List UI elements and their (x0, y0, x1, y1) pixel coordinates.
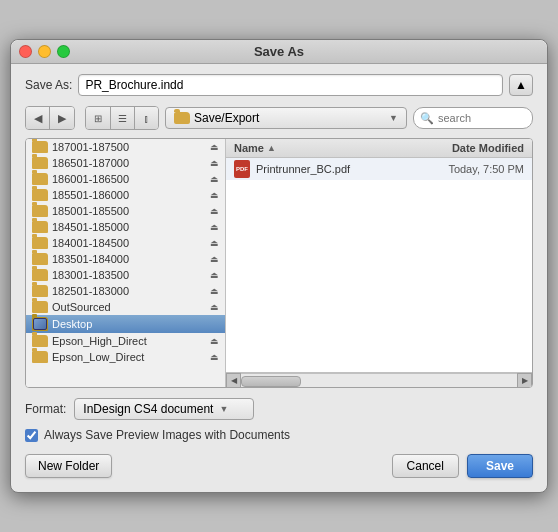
list-item[interactable]: OutSourced ⏏ (26, 299, 225, 315)
format-dropdown[interactable]: InDesign CS4 document ▼ (74, 398, 254, 420)
folder-icon (174, 112, 190, 124)
back-icon: ◀ (34, 112, 42, 125)
cancel-button[interactable]: Cancel (392, 454, 459, 478)
scroll-left-button[interactable]: ◀ (226, 373, 241, 388)
folder-icon (32, 269, 48, 281)
preview-checkbox-label: Always Save Preview Images with Document… (44, 428, 290, 442)
folder-icon (32, 335, 48, 347)
file-list: PDF Printrunner_BC.pdf Today, 7:50 PM (226, 158, 532, 372)
list-item[interactable]: 185001-185500 ⏏ (26, 203, 225, 219)
close-button[interactable] (19, 45, 32, 58)
window-title: Save As (254, 44, 304, 59)
name-column-header: Name ▲ (234, 142, 394, 154)
list-item[interactable]: 187001-187500 ⏏ (26, 139, 225, 155)
file-name: Printrunner_BC.pdf (256, 163, 388, 175)
format-value: InDesign CS4 document (83, 402, 213, 416)
preview-checkbox[interactable] (25, 429, 38, 442)
location-dropdown-inner: Save/Export (174, 111, 385, 125)
folder-label: 185501-186000 (52, 189, 129, 201)
list-item[interactable]: 184501-185000 ⏏ (26, 219, 225, 235)
eject-icon: ⏏ (210, 336, 219, 346)
folder-label: 187001-187500 (52, 141, 129, 153)
horizontal-scrollbar[interactable]: ◀ ▶ (226, 372, 532, 387)
folder-icon (32, 285, 48, 297)
scroll-right-button[interactable]: ▶ (517, 373, 532, 388)
icon-view-button[interactable]: ⊞ (86, 107, 110, 129)
save-button[interactable]: Save (467, 454, 533, 478)
back-button[interactable]: ◀ (26, 107, 50, 129)
save-as-label: Save As: (25, 78, 72, 92)
title-bar: Save As (11, 40, 547, 64)
confirm-buttons: Cancel Save (392, 454, 533, 478)
list-item[interactable]: 185501-186000 ⏏ (26, 187, 225, 203)
left-pane: 187001-187500 ⏏ 186501-187000 ⏏ 186001-1… (26, 139, 226, 387)
forward-icon: ▶ (58, 112, 66, 125)
eject-icon: ▲ (515, 78, 527, 92)
date-column-header: Date Modified (394, 142, 524, 154)
filename-input[interactable] (78, 74, 503, 96)
maximize-button[interactable] (57, 45, 70, 58)
right-pane: Name ▲ Date Modified PDF Printrunner_BC.… (226, 139, 532, 387)
list-view-icon: ☰ (118, 113, 127, 124)
eject-icon: ⏏ (210, 206, 219, 216)
format-dropdown-arrow: ▼ (219, 404, 228, 414)
list-item[interactable]: 182501-183000 ⏏ (26, 283, 225, 299)
column-view-button[interactable]: ⫿ (134, 107, 158, 129)
folder-icon (32, 237, 48, 249)
save-as-row: Save As: ▲ (25, 74, 533, 96)
folder-icon (32, 301, 48, 313)
pdf-icon: PDF (234, 160, 250, 178)
folder-label: 184501-185000 (52, 221, 129, 233)
eject-icon: ⏏ (210, 352, 219, 362)
new-folder-button[interactable]: New Folder (25, 454, 112, 478)
dialog-content: Save As: ▲ ◀ ▶ ⊞ ☰ (11, 64, 547, 492)
eject-icon: ⏏ (210, 142, 219, 152)
forward-button[interactable]: ▶ (50, 107, 74, 129)
save-as-dialog: Save As Save As: ▲ ◀ ▶ ⊞ (10, 39, 548, 493)
folder-label: 183001-183500 (52, 269, 129, 281)
list-item-desktop[interactable]: Desktop (26, 315, 225, 333)
folder-label: 186001-186500 (52, 173, 129, 185)
format-label: Format: (25, 402, 66, 416)
folder-icon (32, 253, 48, 265)
list-item[interactable]: 184001-184500 ⏏ (26, 235, 225, 251)
location-dropdown[interactable]: Save/Export ▼ (165, 107, 407, 129)
list-item[interactable]: Epson_High_Direct ⏏ (26, 333, 225, 349)
search-wrapper: 🔍 (413, 107, 533, 129)
view-buttons: ⊞ ☰ ⫿ (85, 106, 159, 130)
minimize-button[interactable] (38, 45, 51, 58)
table-row[interactable]: PDF Printrunner_BC.pdf Today, 7:50 PM (226, 158, 532, 180)
list-view-button[interactable]: ☰ (110, 107, 134, 129)
list-item[interactable]: Epson_Low_Direct ⏏ (26, 349, 225, 365)
desktop-label: Desktop (52, 318, 92, 330)
sort-arrow-icon: ▲ (267, 143, 276, 153)
format-row: Format: InDesign CS4 document ▼ (25, 398, 533, 420)
eject-button[interactable]: ▲ (509, 74, 533, 96)
eject-icon: ⏏ (210, 222, 219, 232)
file-browser: 187001-187500 ⏏ 186501-187000 ⏏ 186001-1… (25, 138, 533, 388)
scroll-thumb[interactable] (241, 376, 301, 387)
window-controls (19, 45, 70, 58)
folder-icon (32, 189, 48, 201)
folder-label: 186501-187000 (52, 157, 129, 169)
eject-icon: ⏏ (210, 238, 219, 248)
scroll-track (241, 373, 517, 388)
eject-icon: ⏏ (210, 270, 219, 280)
list-item[interactable]: 186001-186500 ⏏ (26, 171, 225, 187)
file-date: Today, 7:50 PM (394, 163, 524, 175)
folder-label: 185001-185500 (52, 205, 129, 217)
list-item[interactable]: 186501-187000 ⏏ (26, 155, 225, 171)
eject-icon: ⏏ (210, 286, 219, 296)
location-label: Save/Export (194, 111, 259, 125)
outsourced-label: OutSourced (52, 301, 111, 313)
list-item[interactable]: 183001-183500 ⏏ (26, 267, 225, 283)
location-dropdown-arrow: ▼ (389, 113, 398, 123)
toolbar-row: ◀ ▶ ⊞ ☰ ⫿ Save/Export (25, 106, 533, 130)
eject-icon: ⏏ (210, 158, 219, 168)
list-item[interactable]: 183501-184000 ⏏ (26, 251, 225, 267)
folder-label: Epson_High_Direct (52, 335, 147, 347)
folder-icon (32, 173, 48, 185)
desktop-icon (32, 317, 48, 331)
nav-buttons: ◀ ▶ (25, 106, 75, 130)
folder-icon (32, 141, 48, 153)
